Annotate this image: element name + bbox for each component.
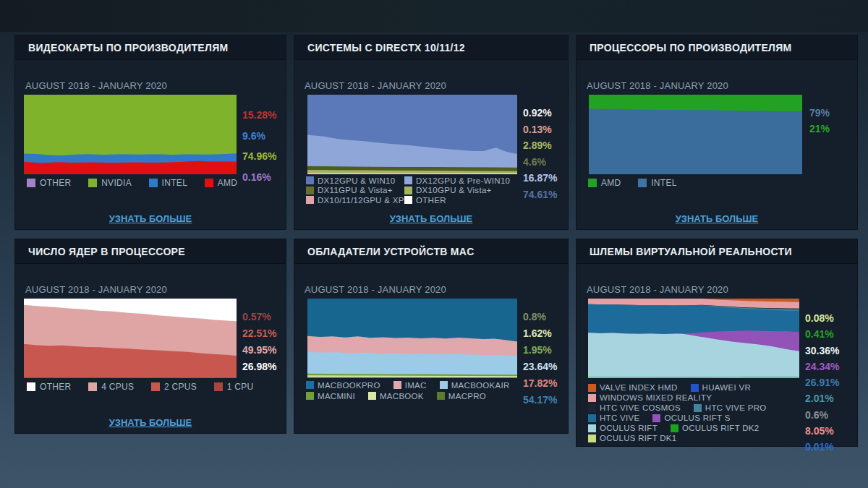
value-htc-vive: 26.91% xyxy=(805,374,839,390)
panel-title: СИСТЕМЫ С DIRECTX 10/11/12 xyxy=(294,35,568,60)
legend-item: OTHER xyxy=(27,178,72,188)
value-vive-pro: 2.01% xyxy=(805,390,839,406)
value-2cpus: 22.51% xyxy=(242,325,276,342)
legend-item: HTC VIVE xyxy=(588,414,639,422)
legend-item: IMAC xyxy=(393,381,427,390)
value-1cpu: 0.57% xyxy=(242,309,276,325)
value-macpro: 0.8% xyxy=(523,309,557,325)
legend-swatch xyxy=(393,381,401,389)
value-dx12-win10: 74.61% xyxy=(523,187,557,203)
legend-swatch xyxy=(27,382,35,391)
value-vive-cosmos: 0.6% xyxy=(805,407,839,423)
legend-swatch xyxy=(588,384,596,392)
value-wmr: 8.05% xyxy=(805,423,839,439)
legend-swatch xyxy=(588,404,596,412)
legend-swatch xyxy=(694,404,702,412)
learn-more-link[interactable]: УЗНАТЬ БОЛЬШЕ xyxy=(294,213,568,224)
legend-swatch xyxy=(27,179,35,187)
legend-item: AMD xyxy=(205,178,238,188)
legend-item: AMD xyxy=(588,178,621,188)
legend-item: DX11GPU & Vista+ xyxy=(306,186,404,194)
panel-mac-devices: ОБЛАДАТЕЛИ УСТРОЙСТВ MAC AUGUST 2018 - J… xyxy=(294,239,569,434)
legend-swatch xyxy=(151,382,160,391)
value-macbook: 1.62% xyxy=(523,325,557,342)
legend-item: HUAWEI VR xyxy=(691,383,751,392)
legend-item: HTC VIVE COSMOS xyxy=(588,403,681,412)
value-huawei: 0.01% xyxy=(805,439,839,455)
value-amd: 21% xyxy=(809,121,830,137)
value-intel: 9.6% xyxy=(242,126,276,147)
value-dx10gpu: 2.89% xyxy=(523,137,557,154)
legend-swatch xyxy=(404,187,412,194)
legend-swatch xyxy=(638,179,647,187)
value-dx-xp: 0.13% xyxy=(523,121,557,138)
legend-item: OCULUS RIFT S xyxy=(652,414,730,422)
value-rift-s: 24.34% xyxy=(805,359,839,374)
legend-item: MACMINI xyxy=(306,392,355,401)
value-rift-dk1: 0.08% xyxy=(805,310,839,326)
learn-more-link[interactable]: УЗНАТЬ БОЛЬШЕ xyxy=(15,213,286,224)
panel-title: ОБЛАДАТЕЛИ УСТРОЙСТВ MAC xyxy=(294,239,568,264)
panel-vr-headsets: ШЛЕМЫ ВИРТУАЛЬНОЙ РЕАЛЬНОСТИ AUGUST 2018… xyxy=(576,239,858,447)
legend-item: NVIDIA xyxy=(88,178,132,188)
chart-period-label: AUGUST 2018 - JANUARY 2020 xyxy=(587,284,728,295)
legend-item: 2 CPUS xyxy=(151,382,197,392)
learn-more-link[interactable]: УЗНАТЬ БОЛЬШЕ xyxy=(576,213,857,224)
chart-period-label: AUGUST 2018 - JANUARY 2020 xyxy=(305,284,446,295)
cpu-cores-area-chart xyxy=(24,299,237,378)
legend-swatch xyxy=(652,414,660,422)
legend-item: HTC VIVE PRO xyxy=(694,403,767,412)
legend-item: DX12GPU & WIN10 xyxy=(306,176,404,185)
legend-swatch xyxy=(214,382,223,391)
legend-swatch xyxy=(588,179,597,187)
legend-item: DX10GPU & Vista+ xyxy=(404,186,492,194)
legend-item: INTEL xyxy=(149,178,188,188)
value-nvidia: 74.96% xyxy=(242,146,276,167)
panel-title: ЧИСЛО ЯДЕР В ПРОЦЕССОРЕ xyxy=(15,239,286,264)
value-imac: 17.82% xyxy=(523,375,557,392)
chart-period-label: AUGUST 2018 - JANUARY 2020 xyxy=(587,80,728,91)
value-amd: 15.28% xyxy=(242,105,276,126)
legend-item: WINDOWS MIXED REALITY xyxy=(588,393,712,402)
legend-swatch xyxy=(306,176,314,184)
value-4cpus: 49.95% xyxy=(242,342,276,359)
legend-swatch xyxy=(306,187,314,194)
legend-swatch xyxy=(588,424,596,432)
legend-item: DX10/11/12GPU & XP xyxy=(306,196,404,205)
legend-item: MACPRO xyxy=(437,392,486,401)
legend-swatch xyxy=(306,196,314,204)
panel-gpu-vendors: ВИДЕОКАРТЫ ПО ПРОИЗВОДИТЕЛЯМ AUGUST 2018… xyxy=(14,35,286,230)
value-macbookair: 23.64% xyxy=(523,359,557,375)
chart-period-label: AUGUST 2018 - JANUARY 2020 xyxy=(25,284,167,295)
legend-item: OTHER xyxy=(27,382,72,392)
vr-headsets-area-chart xyxy=(588,299,799,378)
series-intel xyxy=(589,109,802,174)
legend-swatch xyxy=(588,435,596,442)
legend-swatch xyxy=(404,196,412,204)
chart-period-label: AUGUST 2018 - JANUARY 2020 xyxy=(305,80,446,91)
cpu-vendors-area-chart xyxy=(589,95,802,174)
legend-swatch xyxy=(691,384,699,392)
legend-swatch xyxy=(88,382,97,391)
panel-directx-systems: СИСТЕМЫ С DIRECTX 10/11/12 AUGUST 2018 -… xyxy=(294,35,569,230)
series-amd xyxy=(24,161,237,174)
gpu-vendors-area-chart xyxy=(24,95,237,174)
legend-item: INTEL xyxy=(638,178,677,188)
panel-title: ВИДЕОКАРТЫ ПО ПРОИЗВОДИТЕЛЯМ xyxy=(15,35,286,60)
value-dx11gpu: 4.6% xyxy=(523,154,557,171)
value-rift-dk2: 0.41% xyxy=(805,326,839,342)
legend-item: 4 CPUS xyxy=(88,382,134,392)
legend-item: 1 CPU xyxy=(214,382,254,392)
value-dx12-prewin10: 16.87% xyxy=(523,170,557,187)
panel-title: ШЛЕМЫ ВИРТУАЛЬНОЙ РЕАЛЬНОСТИ xyxy=(576,239,857,264)
legend-item: VALVE INDEX HMD xyxy=(588,383,678,392)
value-other: 0.92% xyxy=(523,105,557,121)
legend-swatch xyxy=(588,414,596,422)
legend-swatch xyxy=(588,394,596,402)
chart-period-label: AUGUST 2018 - JANUARY 2020 xyxy=(25,80,167,91)
value-macmini: 1.95% xyxy=(523,342,557,359)
panel-cpu-cores: ЧИСЛО ЯДЕР В ПРОЦЕССОРЕ AUGUST 2018 - JA… xyxy=(14,239,286,434)
legend-item: OCULUS RIFT xyxy=(588,424,658,432)
learn-more-link[interactable]: УЗНАТЬ БОЛЬШЕ xyxy=(15,417,286,428)
legend-swatch xyxy=(368,392,376,400)
